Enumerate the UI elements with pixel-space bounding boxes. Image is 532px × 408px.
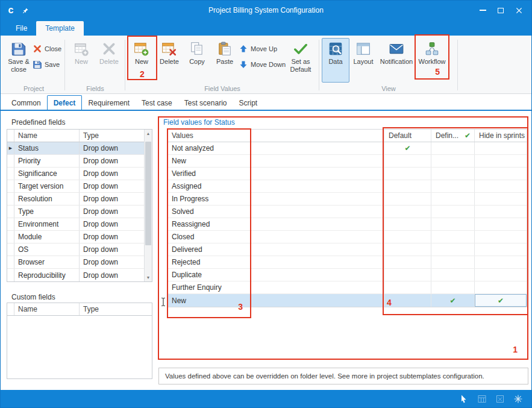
notification-view-button[interactable]: Notification <box>377 38 416 83</box>
value-row[interactable]: Verified <box>167 168 527 180</box>
column-header-type[interactable]: Type <box>80 303 152 315</box>
data-view-button[interactable]: Data <box>322 38 349 83</box>
close-button[interactable]: Close <box>33 43 61 54</box>
workflow-view-button[interactable]: Workflow <box>416 38 448 83</box>
cell-hide-check[interactable] <box>475 281 527 293</box>
cell-value[interactable]: Rejected <box>167 256 384 268</box>
value-row[interactable]: Delivered <box>167 243 527 256</box>
paste-button[interactable]: Paste <box>211 38 239 83</box>
cell-defined-check[interactable] <box>431 142 475 154</box>
cell-defined-check[interactable] <box>431 193 475 205</box>
cell-defined-check[interactable] <box>431 269 475 281</box>
cursor-icon[interactable] <box>459 394 469 404</box>
copy-button[interactable]: Copy <box>183 38 211 83</box>
cell-hide-check[interactable] <box>475 142 527 154</box>
tab-test-scenario[interactable]: Test scenario <box>178 96 233 110</box>
cell-hide-check[interactable] <box>475 218 527 230</box>
cell-name[interactable]: Reproducibility <box>14 269 80 281</box>
cell-default-check[interactable] <box>384 168 431 180</box>
cell-name[interactable]: Target version <box>14 180 80 192</box>
value-row-selected[interactable]: New ✔ ✔ <box>167 294 527 307</box>
app-logo-icon[interactable]: c <box>4 4 17 17</box>
table-row[interactable]: Module Drop down <box>7 231 144 243</box>
table-row[interactable]: Environment Drop down <box>7 218 144 231</box>
maximize-button[interactable] <box>492 2 510 18</box>
cell-hide-check-focused[interactable]: ✔ <box>475 294 527 307</box>
value-row[interactable]: Closed <box>167 231 527 243</box>
cell-hide-check[interactable] <box>475 231 527 243</box>
cell-type[interactable]: Drop down <box>80 155 144 167</box>
pin-icon[interactable] <box>22 7 29 14</box>
scroll-up-button[interactable]: ▲ <box>146 131 151 136</box>
cell-name[interactable]: OS <box>14 243 80 256</box>
table-row[interactable]: Type Drop down <box>7 206 144 218</box>
cell-type[interactable]: Drop down <box>80 256 144 268</box>
cell-hide-check[interactable] <box>475 243 527 256</box>
column-header-values[interactable]: Values <box>167 130 384 142</box>
cell-value[interactable]: Reassigned <box>167 218 384 230</box>
cell-hide-check[interactable] <box>475 206 527 218</box>
scroll-down-button[interactable]: ▼ <box>146 275 151 280</box>
cell-value[interactable]: Duplicate <box>167 269 384 281</box>
cell-default-check[interactable] <box>384 256 431 268</box>
cell-default-check[interactable] <box>384 218 431 230</box>
move-down-button[interactable]: Move Down <box>239 59 284 70</box>
cell-defined-check[interactable] <box>431 155 475 167</box>
cell-default-check[interactable] <box>384 243 431 256</box>
set-as-default-button[interactable]: Set as Default <box>284 38 317 83</box>
cell-value[interactable]: Assigned <box>167 180 384 192</box>
ribbon-tab-template[interactable]: Template <box>36 21 84 36</box>
cell-name[interactable]: Status <box>14 142 80 154</box>
tab-requirement[interactable]: Requirement <box>82 96 136 110</box>
window-close-button[interactable] <box>510 2 528 18</box>
cell-default-check[interactable] <box>384 294 431 307</box>
fields-new-button[interactable]: New <box>67 38 95 83</box>
cell-defined-check[interactable] <box>431 180 475 192</box>
cell-type[interactable]: Drop down <box>80 206 144 218</box>
column-header-name[interactable]: Name <box>14 130 80 142</box>
grid-view-icon[interactable] <box>477 394 487 404</box>
table-row[interactable]: Priority Drop down <box>7 155 144 168</box>
cell-value[interactable]: Verified <box>167 168 384 180</box>
cell-name[interactable]: Browser <box>14 256 80 268</box>
cell-value[interactable]: New <box>167 155 384 167</box>
cell-value[interactable]: Closed <box>167 231 384 243</box>
cell-value[interactable]: New <box>167 294 384 307</box>
layout-view-button[interactable]: Layout <box>349 38 377 83</box>
cell-name[interactable]: Priority <box>14 155 80 167</box>
cell-defined-check[interactable]: ✔ <box>431 294 475 307</box>
cell-default-check[interactable] <box>384 231 431 243</box>
cell-hide-check[interactable] <box>475 256 527 268</box>
value-row[interactable]: In Progress <box>167 193 527 206</box>
cell-default-check[interactable]: ✔ <box>384 142 431 154</box>
cell-defined-check[interactable] <box>431 256 475 268</box>
column-header-defined[interactable]: Defin... ✔ <box>431 130 475 142</box>
cell-hide-check[interactable] <box>475 180 527 192</box>
value-row[interactable]: Not analyzed ✔ <box>167 142 527 155</box>
cell-name[interactable]: Type <box>14 206 80 218</box>
cell-name[interactable]: Significance <box>14 168 80 180</box>
value-row[interactable]: Duplicate <box>167 269 527 281</box>
cell-defined-check[interactable] <box>431 168 475 180</box>
cell-name[interactable]: Module <box>14 231 80 243</box>
export-icon[interactable] <box>495 394 505 404</box>
cell-defined-check[interactable] <box>431 206 475 218</box>
table-row[interactable]: Browser Drop down <box>7 256 144 269</box>
table-row[interactable]: OS Drop down <box>7 243 144 256</box>
cell-type[interactable]: Drop down <box>80 243 144 256</box>
value-row[interactable]: Further Enquiry <box>167 281 527 294</box>
tab-defect[interactable]: Defect <box>47 95 83 110</box>
values-delete-button[interactable]: Delete <box>155 38 183 83</box>
cell-default-check[interactable] <box>384 155 431 167</box>
cell-hide-check[interactable] <box>475 155 527 167</box>
cell-value[interactable]: Not analyzed <box>167 142 384 154</box>
column-header-default[interactable]: Default <box>384 130 431 142</box>
fields-delete-button[interactable]: Delete <box>95 38 123 83</box>
value-row[interactable]: Rejected <box>167 256 527 269</box>
snowflake-icon[interactable] <box>513 394 523 404</box>
cell-default-check[interactable] <box>384 193 431 205</box>
tab-script[interactable]: Script <box>233 96 263 110</box>
cell-type[interactable]: Drop down <box>80 231 144 243</box>
cell-default-check[interactable] <box>384 269 431 281</box>
cell-default-check[interactable] <box>384 281 431 293</box>
